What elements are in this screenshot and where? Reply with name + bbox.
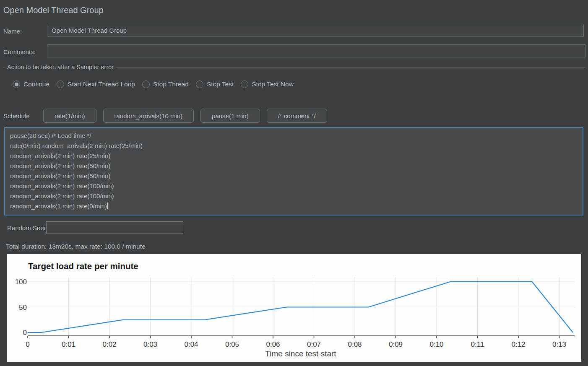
text-caret [107,202,108,209]
x-tick-label: 0:03 [143,340,157,348]
x-tick-label: 0:13 [552,340,566,348]
snippet-button-comment[interactable]: /* comment */ [267,109,327,123]
snippet-button-random-arrivals[interactable]: random_arrivals(10 min) [103,109,194,123]
x-tick-label: 0:05 [225,340,239,348]
name-input[interactable] [47,24,584,37]
radio-button-icon [241,80,248,88]
sampler-error-group-title: Action to be taken after a Sampler error [5,64,116,70]
sampler-error-group-border: Action to be taken after a Sampler error [3,67,585,68]
load-rate-chart: 00:010:020:030:040:050:060:070:080:090:1… [7,254,581,362]
schedule-line: random_arrivals(2 min) rate(25/min) [10,151,578,161]
duration-summary: Total duration: 13m20s, max rate: 100.0 … [6,243,146,250]
radio-button-icon [57,80,64,88]
y-tick-label: 0 [23,329,27,337]
x-tick-label: 0:07 [307,340,321,348]
y-tick-label: 50 [19,304,27,311]
radio-button-icon [142,80,150,88]
radio-button-icon [13,80,20,88]
snippet-button-rate[interactable]: rate(1/min) [43,109,96,123]
x-tick-label: 0:11 [471,340,484,348]
snippet-button-pause[interactable]: pause(1 min) [200,109,260,123]
y-tick-label: 100 [15,278,27,286]
comments-label: Comments: [3,48,36,55]
schedule-line: random_arrivals(2 min) rate(100/min) [10,181,578,191]
x-tick-label: 0:02 [102,340,116,348]
radio-stop-test[interactable]: Stop Test [196,80,234,88]
chart-x-axis-label: Time since test start [265,349,336,358]
schedule-line: random_arrivals(2 min) rate(100/min) [10,191,578,201]
comments-input[interactable] [47,44,585,57]
schedule-label: Schedule [3,112,30,119]
x-tick-label: 0 [26,340,29,348]
x-tick-label: 0:08 [348,340,362,348]
radio-stop-test-now[interactable]: Stop Test Now [241,80,294,88]
sampler-error-options: Continue Start Next Thread Loop Stop Thr… [13,80,294,88]
x-tick-label: 0:04 [184,340,198,348]
schedule-snippet-buttons: rate(1/min) random_arrivals(10 min) paus… [43,109,327,123]
page-title: Open Model Thread Group [3,5,104,15]
random-seed-input[interactable] [46,221,183,234]
schedule-line: random_arrivals(2 min) rate(50/min) [10,161,578,171]
radio-stop-thread[interactable]: Stop Thread [142,80,189,88]
schedule-line: random_arrivals(1 min) rate(0/min) [10,201,578,211]
radio-button-icon [196,80,203,88]
chart-panel: 00:010:020:030:040:050:060:070:080:090:1… [7,254,581,362]
schedule-line: pause(20 sec) /* Load time */ [10,131,578,141]
x-tick-label: 0:06 [266,340,280,348]
name-label: Name: [3,28,22,35]
schedule-editor[interactable]: pause(20 sec) /* Load time */rate(0/min)… [4,127,583,215]
radio-continue[interactable]: Continue [13,80,49,88]
radio-start-next-thread-loop[interactable]: Start Next Thread Loop [57,80,135,88]
random-seed-label: Random Seed [7,224,47,231]
x-tick-label: 0:01 [62,340,75,348]
chart-title: Target load rate per minute [28,261,138,271]
x-tick-label: 0:10 [429,340,443,348]
schedule-line: rate(0/min) random_arrivals(2 min) rate(… [10,141,578,151]
x-tick-label: 0:09 [389,340,403,348]
schedule-line: random_arrivals(2 min) rate(50/min) [10,171,578,181]
x-tick-label: 0:12 [511,340,525,348]
